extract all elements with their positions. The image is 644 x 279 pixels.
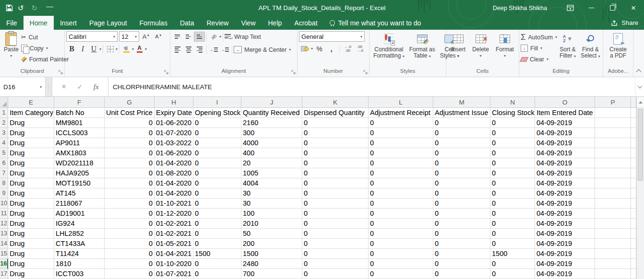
row-header-5[interactable]: 5 <box>0 148 8 158</box>
cell-J17[interactable]: 700 <box>241 269 302 279</box>
cell-J14[interactable]: 200 <box>241 239 302 249</box>
cell-L14[interactable]: 0 <box>369 239 433 249</box>
scrollbar-thumb[interactable] <box>638 109 643 181</box>
cell-E3[interactable]: Drug <box>8 128 54 138</box>
formula-bar-divider[interactable]: ⋮ <box>46 77 52 96</box>
cell-G12[interactable]: 0 <box>105 219 155 229</box>
clear-button[interactable]: Clear▾ <box>521 54 557 65</box>
format-as-table-button[interactable]: Format as Table ▾ <box>407 31 438 65</box>
cell-E10[interactable]: Drug <box>8 198 54 209</box>
cell-G16[interactable]: 0 <box>105 259 155 269</box>
borders-button[interactable] <box>105 44 116 54</box>
cell-P4[interactable] <box>595 138 631 148</box>
cell-O6[interactable]: 04-09-2019 <box>535 158 595 168</box>
cell-H6[interactable]: 01-04-2020 <box>155 158 193 168</box>
cell-G8[interactable]: 0 <box>105 178 155 188</box>
cell-G7[interactable]: 0 <box>105 168 155 178</box>
copy-button[interactable]: Copy▾ <box>21 43 69 54</box>
save-button[interactable] <box>6 4 13 12</box>
cell-G14[interactable]: 0 <box>105 239 155 249</box>
cell-J9[interactable]: 30 <box>241 188 302 198</box>
cell-K17[interactable]: 0 <box>302 269 369 279</box>
cell-K2[interactable]: 0 <box>302 118 369 128</box>
accounting-format-button[interactable] <box>299 44 310 54</box>
decrease-indent-button[interactable]: ← <box>208 45 219 55</box>
cell-E6[interactable]: Drug <box>8 158 54 168</box>
cell-E17[interactable]: Drug <box>8 269 54 279</box>
format-cells-button[interactable]: ↔ Format ▾ <box>493 31 516 65</box>
cell-E15[interactable]: Drug <box>8 249 54 259</box>
cell-M8[interactable]: 0 <box>433 178 490 188</box>
column-header-M[interactable]: M <box>433 97 490 108</box>
column-header-P[interactable]: P <box>595 97 631 108</box>
cell-H3[interactable]: 01-07-2020 <box>155 128 193 138</box>
sort-filter-button[interactable]: AZ▼ Sort & Filter ▾ <box>557 31 578 65</box>
cell-K12[interactable]: 0 <box>302 219 369 229</box>
cell-N13[interactable]: 0 <box>490 229 535 239</box>
cell-O1[interactable]: Item Entered Date <box>535 108 595 118</box>
cell-L2[interactable]: 0 <box>369 118 433 128</box>
cell-M2[interactable]: 0 <box>433 118 490 128</box>
cell-N1[interactable]: Closing Stock <box>490 108 535 118</box>
row-header-10[interactable]: 10 <box>0 198 8 209</box>
cell-G2[interactable]: 0 <box>105 118 155 128</box>
bottom-align-button[interactable] <box>194 32 205 42</box>
cell-K1[interactable]: Dispensed Quantity <box>302 108 369 118</box>
undo-button[interactable]: ↺▾ <box>18 4 27 12</box>
cell-L7[interactable]: 0 <box>369 168 433 178</box>
cell-x10[interactable] <box>631 198 636 209</box>
formula-input[interactable]: CHLORPHINERAMINE MALEATE <box>108 77 635 96</box>
cell-M11[interactable]: 0 <box>433 209 490 219</box>
tell-me-box[interactable]: Tell me what you want to do <box>324 16 427 30</box>
column-header-N[interactable]: N <box>490 97 535 108</box>
cell-L4[interactable]: 0 <box>369 138 433 148</box>
cell-N5[interactable]: 0 <box>490 148 535 158</box>
restore-button[interactable] <box>602 0 623 16</box>
top-align-button[interactable] <box>172 32 183 42</box>
cell-I10[interactable]: 0 <box>193 198 241 209</box>
tab-view[interactable]: View <box>235 16 262 30</box>
cell-M1[interactable]: Adjustment Issue <box>433 108 490 118</box>
cell-E9[interactable]: Drug <box>8 188 54 198</box>
cell-E1[interactable]: Item Category <box>8 108 54 118</box>
row-header-7[interactable]: 7 <box>0 168 8 178</box>
cell-H14[interactable]: 01-05-2021 <box>155 239 193 249</box>
cell-K9[interactable]: 0 <box>302 188 369 198</box>
cell-G3[interactable]: 0 <box>105 128 155 138</box>
italic-button[interactable]: I <box>77 44 88 54</box>
expand-formula-bar-button[interactable] <box>635 77 644 96</box>
cell-H7[interactable]: 01-08-2020 <box>155 168 193 178</box>
cell-O5[interactable]: 04-09-2019 <box>535 148 595 158</box>
cell-x5[interactable] <box>631 148 636 158</box>
cell-J1[interactable]: Quantity Received <box>241 108 302 118</box>
cell-E8[interactable]: Drug <box>8 178 54 188</box>
cell-O8[interactable]: 04-09-2019 <box>535 178 595 188</box>
underline-dropdown-icon[interactable]: ▾ <box>99 47 101 51</box>
alignment-dialog-launcher[interactable] <box>291 70 296 75</box>
cell-F13[interactable]: LHL2852 <box>54 229 105 239</box>
cell-F16[interactable]: 1810 <box>54 259 105 269</box>
cell-J11[interactable]: 100 <box>241 209 302 219</box>
cell-I1[interactable]: Opening Stock <box>193 108 241 118</box>
cell-O2[interactable]: 04-09-2019 <box>535 118 595 128</box>
cell-H4[interactable]: 01-03-2022 <box>155 138 193 148</box>
row-header-2[interactable]: 2 <box>0 118 8 128</box>
cell-N12[interactable]: 0 <box>490 219 535 229</box>
cell-J16[interactable]: 2480 <box>241 259 302 269</box>
cell-J13[interactable]: 50 <box>241 229 302 239</box>
align-left-button[interactable] <box>172 45 183 55</box>
cell-N11[interactable]: 0 <box>490 209 535 219</box>
cell-J6[interactable]: 20 <box>241 158 302 168</box>
collapse-ribbon-button[interactable] <box>633 30 644 77</box>
cell-I13[interactable]: 0 <box>193 229 241 239</box>
cell-E11[interactable]: Drug <box>8 209 54 219</box>
cell-J2[interactable]: 2160 <box>241 118 302 128</box>
format-painter-button[interactable]: Format Painter <box>21 54 69 65</box>
cell-H1[interactable]: Expiry Date <box>155 108 193 118</box>
cell-x17[interactable] <box>631 269 636 279</box>
cell-x12[interactable] <box>631 219 636 229</box>
cell-M4[interactable]: 0 <box>433 138 490 148</box>
cell-H5[interactable]: 01-06-2020 <box>155 148 193 158</box>
cell-K15[interactable]: 0 <box>302 249 369 259</box>
signed-in-user[interactable]: Deep Shikha Shikha <box>493 5 547 12</box>
